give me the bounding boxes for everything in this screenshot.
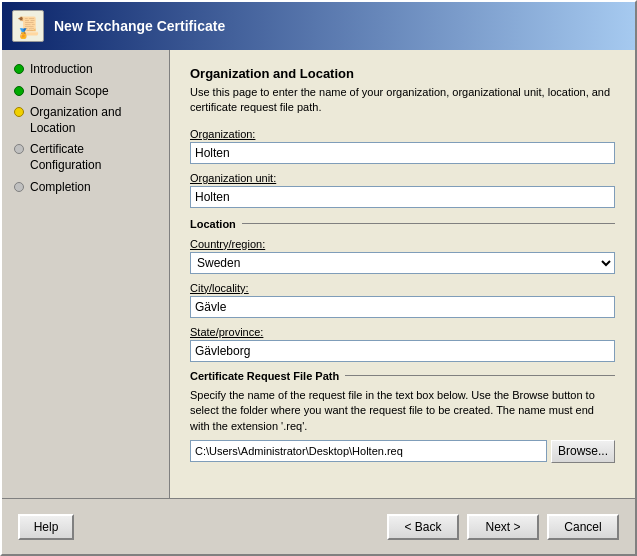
dot-organization-location	[14, 107, 24, 117]
sidebar-item-organization-location[interactable]: Organization and Location	[10, 103, 161, 138]
dot-domain-scope	[14, 86, 24, 96]
city-input[interactable]	[190, 296, 615, 318]
city-group: City/locality:	[190, 282, 615, 318]
file-path-input[interactable]	[190, 440, 547, 462]
state-label: State/province:	[190, 326, 615, 338]
footer-left: Help	[18, 514, 387, 540]
organization-group: Organization:	[190, 128, 615, 164]
dot-certificate-configuration	[14, 144, 24, 154]
dot-introduction	[14, 64, 24, 74]
sidebar-item-certificate-configuration[interactable]: Certificate Configuration	[10, 140, 161, 175]
country-group: Country/region: Sweden United States Uni…	[190, 238, 615, 274]
file-path-row: Browse...	[190, 440, 615, 463]
sidebar-label-certificate-configuration: Certificate Configuration	[30, 142, 157, 173]
sidebar-label-completion: Completion	[30, 180, 91, 196]
help-button[interactable]: Help	[18, 514, 74, 540]
back-button[interactable]: < Back	[387, 514, 459, 540]
file-path-desc: Specify the name of the request file in …	[190, 388, 615, 434]
org-unit-group: Organization unit:	[190, 172, 615, 208]
footer: Help < Back Next > Cancel	[2, 498, 635, 554]
file-path-section: Certificate Request File Path Specify th…	[190, 370, 615, 463]
main-content: Introduction Domain Scope Organization a…	[2, 50, 635, 498]
section-desc: Use this page to enter the name of your …	[190, 85, 615, 116]
next-button[interactable]: Next >	[467, 514, 539, 540]
content-area: Organization and Location Use this page …	[170, 50, 635, 498]
footer-right: < Back Next > Cancel	[387, 514, 619, 540]
organization-input[interactable]	[190, 142, 615, 164]
browse-button[interactable]: Browse...	[551, 440, 615, 463]
title-bar: 📜🏅 New Exchange Certificate	[2, 2, 635, 50]
location-divider: Location	[190, 218, 615, 230]
organization-label: Organization:	[190, 128, 615, 140]
sidebar-label-introduction: Introduction	[30, 62, 93, 78]
cancel-button[interactable]: Cancel	[547, 514, 619, 540]
sidebar-item-domain-scope[interactable]: Domain Scope	[10, 82, 161, 102]
dot-completion	[14, 182, 24, 192]
org-unit-label: Organization unit:	[190, 172, 615, 184]
country-select[interactable]: Sweden United States United Kingdom Germ…	[190, 252, 615, 274]
sidebar-label-organization-location: Organization and Location	[30, 105, 157, 136]
sidebar-item-completion[interactable]: Completion	[10, 178, 161, 198]
certificate-icon: 📜🏅	[12, 10, 44, 42]
file-path-divider: Certificate Request File Path	[190, 370, 615, 382]
sidebar-item-introduction[interactable]: Introduction	[10, 60, 161, 80]
city-label: City/locality:	[190, 282, 615, 294]
dialog: 📜🏅 New Exchange Certificate Introduction…	[0, 0, 637, 556]
state-input[interactable]	[190, 340, 615, 362]
sidebar: Introduction Domain Scope Organization a…	[2, 50, 170, 498]
section-title: Organization and Location	[190, 66, 615, 81]
country-label: Country/region:	[190, 238, 615, 250]
org-unit-input[interactable]	[190, 186, 615, 208]
sidebar-label-domain-scope: Domain Scope	[30, 84, 109, 100]
dialog-title: New Exchange Certificate	[54, 18, 225, 34]
state-group: State/province:	[190, 326, 615, 362]
